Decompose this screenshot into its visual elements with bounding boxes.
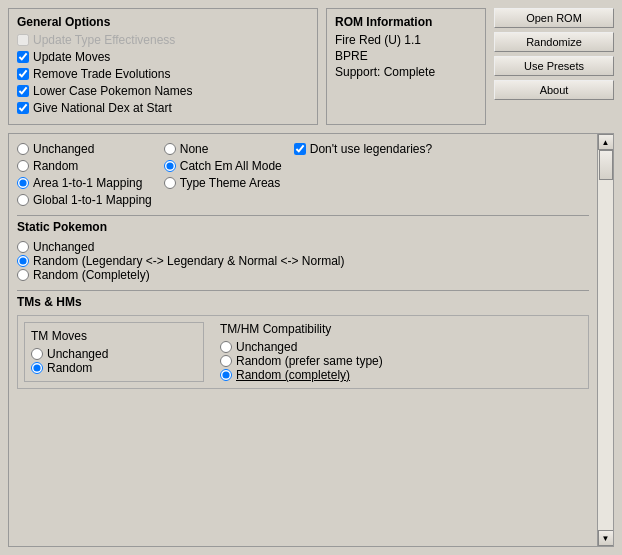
tm-random-row: Random xyxy=(31,361,197,375)
static-unchanged-row: Unchanged xyxy=(17,240,589,254)
static-unchanged-radio[interactable] xyxy=(17,241,29,253)
tms-title: TMs & HMs xyxy=(17,295,589,309)
checkbox-remove-trade: Remove Trade Evolutions xyxy=(17,67,309,81)
wild-unchanged-label: Unchanged xyxy=(33,142,94,156)
wild-unchanged-radio[interactable] xyxy=(17,143,29,155)
tm-moves-box: TM Moves Unchanged Random xyxy=(24,322,204,382)
open-rom-button[interactable]: Open ROM xyxy=(494,8,614,28)
tmcompat-unchanged-row: Unchanged xyxy=(220,340,582,354)
static-pokemon-section: Static Pokemon Unchanged Random (Legenda… xyxy=(17,220,589,282)
rom-info-panel: ROM Information Fire Red (U) 1.1 BPRE Su… xyxy=(326,8,486,125)
tmcompat-prefer-same-label: Random (prefer same type) xyxy=(236,354,383,368)
scrollbar: ▲ ▼ xyxy=(597,134,613,546)
tms-inner: TM Moves Unchanged Random TM/HM Compatib… xyxy=(17,315,589,389)
scroll-thumb[interactable] xyxy=(599,150,613,180)
wild-type-theme-label: Type Theme Areas xyxy=(180,176,281,190)
tmcompat-completely-radio[interactable] xyxy=(220,369,232,381)
checkbox-national-dex: Give National Dex at Start xyxy=(17,101,309,115)
no-legendaries-checkbox[interactable] xyxy=(294,143,306,155)
wild-unchanged-row: Unchanged xyxy=(17,142,152,156)
tab-panel: Unchanged Random Area 1-to-1 Mapping Glo… xyxy=(8,133,614,547)
tm-compat-title: TM/HM Compatibility xyxy=(220,322,582,336)
tmcompat-unchanged-radio[interactable] xyxy=(220,341,232,353)
static-random-completely-label: Random (Completely) xyxy=(33,268,150,282)
remove-trade-evolutions-label: Remove Trade Evolutions xyxy=(33,67,170,81)
tms-section: TMs & HMs TM Moves Unchanged Random xyxy=(17,295,589,389)
use-presets-button[interactable]: Use Presets xyxy=(494,56,614,76)
wild-col3: Don't use legendaries? xyxy=(294,142,432,207)
wild-random-row: Random xyxy=(17,159,152,173)
tab-content: Unchanged Random Area 1-to-1 Mapping Glo… xyxy=(9,134,597,546)
tmcompat-prefer-same-radio[interactable] xyxy=(220,355,232,367)
tmcompat-completely-row: Random (completely) xyxy=(220,368,582,382)
about-button[interactable]: About xyxy=(494,80,614,100)
wild-col2: None Catch Em All Mode Type Theme Areas xyxy=(164,142,282,207)
wild-area1to1-radio[interactable] xyxy=(17,177,29,189)
update-type-effectiveness-label: Update Type Effectiveness xyxy=(33,33,175,47)
wild-type-theme-radio[interactable] xyxy=(164,177,176,189)
static-random-legendary-row: Random (Legendary <-> Legendary & Normal… xyxy=(17,254,589,268)
tmcompat-prefer-same-row: Random (prefer same type) xyxy=(220,354,582,368)
wild-global1to1-row: Global 1-to-1 Mapping xyxy=(17,193,152,207)
no-legendaries-label: Don't use legendaries? xyxy=(310,142,432,156)
no-legendaries-row: Don't use legendaries? xyxy=(294,142,432,156)
general-options-title: General Options xyxy=(17,15,309,29)
checkbox-update-moves: Update Moves xyxy=(17,50,309,64)
tmcompat-unchanged-label: Unchanged xyxy=(236,340,297,354)
static-random-completely-row: Random (Completely) xyxy=(17,268,589,282)
remove-trade-evolutions-checkbox[interactable] xyxy=(17,68,29,80)
top-section: General Options Update Type Effectivenes… xyxy=(0,0,622,133)
tm-unchanged-row: Unchanged xyxy=(31,347,197,361)
wild-catchem-row: Catch Em All Mode xyxy=(164,159,282,173)
randomize-button[interactable]: Randomize xyxy=(494,32,614,52)
wild-none-label: None xyxy=(180,142,209,156)
scroll-down-button[interactable]: ▼ xyxy=(598,530,614,546)
static-random-legendary-label: Random (Legendary <-> Legendary & Normal… xyxy=(33,254,344,268)
wild-random-label: Random xyxy=(33,159,78,173)
update-type-effectiveness-checkbox[interactable] xyxy=(17,34,29,46)
wild-random-radio[interactable] xyxy=(17,160,29,172)
app-window: General Options Update Type Effectivenes… xyxy=(0,0,622,555)
wild-none-row: None xyxy=(164,142,282,156)
separator2 xyxy=(17,290,589,291)
tm-random-radio[interactable] xyxy=(31,362,43,374)
wild-global1to1-radio[interactable] xyxy=(17,194,29,206)
separator1 xyxy=(17,215,589,216)
tm-unchanged-label: Unchanged xyxy=(47,347,108,361)
wild-catchem-label: Catch Em All Mode xyxy=(180,159,282,173)
wild-type-theme-row: Type Theme Areas xyxy=(164,176,282,190)
wild-area1to1-label: Area 1-to-1 Mapping xyxy=(33,176,142,190)
static-random-completely-radio[interactable] xyxy=(17,269,29,281)
rom-line3: Support: Complete xyxy=(335,65,477,79)
wild-catchem-radio[interactable] xyxy=(164,160,176,172)
wild-col1: Unchanged Random Area 1-to-1 Mapping Glo… xyxy=(17,142,152,207)
static-pokemon-title: Static Pokemon xyxy=(17,220,589,234)
tm-unchanged-radio[interactable] xyxy=(31,348,43,360)
rom-info-title: ROM Information xyxy=(335,15,477,29)
general-options-panel: General Options Update Type Effectivenes… xyxy=(8,8,318,125)
checkbox-update-type-eff: Update Type Effectiveness xyxy=(17,33,309,47)
action-buttons: Open ROM Randomize Use Presets About xyxy=(494,8,614,125)
wild-none-radio[interactable] xyxy=(164,143,176,155)
tmcompat-completely-label: Random (completely) xyxy=(236,368,350,382)
update-moves-checkbox[interactable] xyxy=(17,51,29,63)
tm-compat-box: TM/HM Compatibility Unchanged Random (pr… xyxy=(220,322,582,382)
wild-area1to1-row: Area 1-to-1 Mapping xyxy=(17,176,152,190)
update-moves-label: Update Moves xyxy=(33,50,110,64)
wild-global1to1-label: Global 1-to-1 Mapping xyxy=(33,193,152,207)
lower-case-pokemon-checkbox[interactable] xyxy=(17,85,29,97)
rom-line2: BPRE xyxy=(335,49,477,63)
rom-line1: Fire Red (U) 1.1 xyxy=(335,33,477,47)
static-random-legendary-radio[interactable] xyxy=(17,255,29,267)
checkbox-lower-case: Lower Case Pokemon Names xyxy=(17,84,309,98)
scroll-track xyxy=(598,150,614,530)
scroll-up-button[interactable]: ▲ xyxy=(598,134,614,150)
lower-case-pokemon-label: Lower Case Pokemon Names xyxy=(33,84,192,98)
static-unchanged-label: Unchanged xyxy=(33,240,94,254)
wild-pokemon-section: Unchanged Random Area 1-to-1 Mapping Glo… xyxy=(17,142,589,207)
national-dex-label: Give National Dex at Start xyxy=(33,101,172,115)
tm-random-label: Random xyxy=(47,361,92,375)
national-dex-checkbox[interactable] xyxy=(17,102,29,114)
tm-moves-title: TM Moves xyxy=(31,329,197,343)
